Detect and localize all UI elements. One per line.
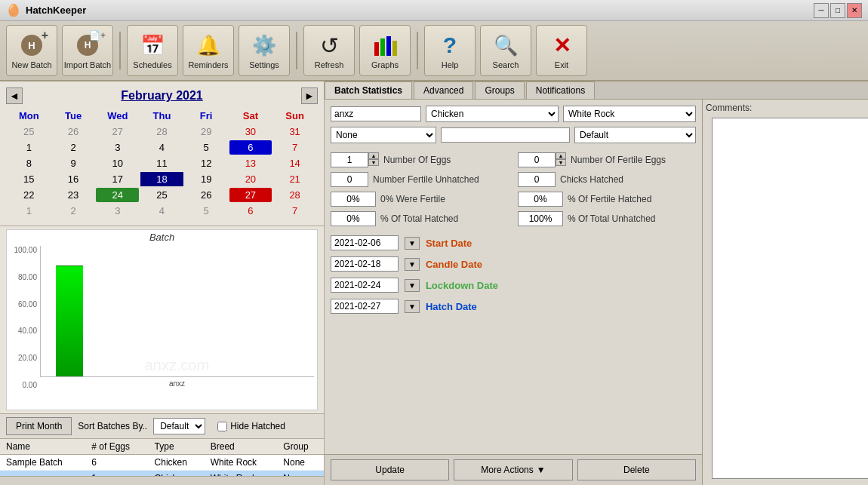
maximize-button[interactable]: □ xyxy=(830,3,845,18)
source-select[interactable]: None xyxy=(331,127,436,143)
schedules-icon: 📅 xyxy=(139,32,166,59)
cal-day-3[interactable]: 3 xyxy=(96,140,139,155)
batch-name-input[interactable] xyxy=(331,106,421,121)
hatch-date-input[interactable] xyxy=(331,299,399,314)
search-button[interactable]: 🔍 Search xyxy=(480,25,531,76)
cal-day-28[interactable]: 28 xyxy=(273,188,316,202)
hatch-date-picker-button[interactable]: ▼ xyxy=(405,300,420,313)
cal-day-20[interactable]: 20 xyxy=(229,172,272,186)
cal-day-6-next[interactable]: 6 xyxy=(229,204,272,218)
calendar-prev-button[interactable]: ◄ xyxy=(6,87,23,104)
cal-day-6-selected[interactable]: 6 xyxy=(229,140,272,155)
cal-day-5-next[interactable]: 5 xyxy=(185,204,228,218)
cal-day-1[interactable]: 1 xyxy=(8,140,51,155)
cal-day-14[interactable]: 14 xyxy=(273,156,316,170)
eggs-down-button[interactable]: ▼ xyxy=(368,159,379,166)
calendar-next-button[interactable]: ► xyxy=(301,87,318,104)
color-input[interactable] xyxy=(441,127,570,143)
cal-day-24[interactable]: 24 xyxy=(96,188,139,202)
pct-total-unhatched-input[interactable] xyxy=(518,211,563,226)
cal-day-25[interactable]: 25 xyxy=(140,188,183,202)
fertile-eggs-input[interactable] xyxy=(518,152,556,167)
candle-date-picker-button[interactable]: ▼ xyxy=(405,258,420,271)
schedules-button[interactable]: 📅 Schedules xyxy=(127,25,178,76)
cal-day-10[interactable]: 10 xyxy=(96,156,139,170)
reminders-button[interactable]: 🔔 Reminders xyxy=(183,25,234,76)
cal-day-26[interactable]: 26 xyxy=(185,188,228,202)
cal-day-9[interactable]: 9 xyxy=(52,156,95,170)
default-select[interactable]: Default xyxy=(574,127,696,143)
cal-day-30-prev[interactable]: 30 xyxy=(229,124,272,139)
cal-day-27[interactable]: 27 xyxy=(229,188,272,202)
candle-date-input[interactable] xyxy=(331,256,399,272)
exit-button[interactable]: ✕ Exit xyxy=(536,25,587,76)
cal-day-15[interactable]: 15 xyxy=(8,172,51,186)
cal-day-28-prev[interactable]: 28 xyxy=(140,124,183,139)
cal-day-21[interactable]: 21 xyxy=(273,172,316,186)
minimize-button[interactable]: ─ xyxy=(814,3,829,18)
cal-day-12[interactable]: 12 xyxy=(185,156,228,170)
table-row[interactable]: anxz → 1 Chicken White Rock None xyxy=(0,471,324,477)
cal-day-7-next[interactable]: 7 xyxy=(273,204,316,218)
hide-hatched-checkbox[interactable] xyxy=(217,422,227,431)
import-batch-button[interactable]: H 📄+ Import Batch xyxy=(62,25,113,76)
cal-day-29-prev[interactable]: 29 xyxy=(185,124,228,139)
cal-day-4-next[interactable]: 4 xyxy=(140,204,183,218)
eggs-up-button[interactable]: ▲ xyxy=(368,152,379,159)
eggs-input[interactable] xyxy=(331,152,368,167)
cal-day-3-next[interactable]: 3 xyxy=(96,204,139,218)
help-button[interactable]: ? Help xyxy=(424,25,476,76)
more-actions-button[interactable]: More Actions ▼ xyxy=(454,459,572,480)
pct-fertile-hatched-input[interactable] xyxy=(518,192,563,207)
start-date-picker-button[interactable]: ▼ xyxy=(405,237,420,250)
cal-day-1-next[interactable]: 1 xyxy=(8,204,51,218)
cal-day-17[interactable]: 17 xyxy=(96,172,139,186)
cal-day-25-prev[interactable]: 25 xyxy=(8,124,51,139)
tab-advanced[interactable]: Advanced xyxy=(414,81,473,99)
settings-button[interactable]: ⚙️ Settings xyxy=(239,25,290,76)
delete-button[interactable]: Delete xyxy=(577,459,696,480)
fertile-unhatched-input[interactable] xyxy=(331,172,368,187)
cal-day-18[interactable]: 18 xyxy=(140,172,183,186)
horizontal-scrollbar[interactable] xyxy=(0,476,324,485)
graphs-button[interactable]: Graphs xyxy=(359,25,411,76)
cal-day-31-prev[interactable]: 31 xyxy=(273,124,316,139)
close-button[interactable]: ✕ xyxy=(847,3,862,18)
cal-day-16[interactable]: 16 xyxy=(52,172,95,186)
cal-day-5[interactable]: 5 xyxy=(185,140,228,155)
cal-day-27-prev[interactable]: 27 xyxy=(96,124,139,139)
cal-day-13[interactable]: 13 xyxy=(229,156,272,170)
refresh-button[interactable]: ↺ Refresh xyxy=(303,25,355,76)
cal-day-7[interactable]: 7 xyxy=(273,140,316,155)
tab-batch-statistics[interactable]: Batch Statistics xyxy=(325,81,412,99)
cal-day-22[interactable]: 22 xyxy=(8,188,51,202)
cal-day-4[interactable]: 4 xyxy=(140,140,183,155)
update-button[interactable]: Update xyxy=(331,459,449,480)
chicks-input[interactable] xyxy=(518,172,556,187)
cal-day-23[interactable]: 23 xyxy=(52,188,95,202)
type-select[interactable]: Chicken Duck Goose Turkey xyxy=(426,106,559,122)
tab-notifications[interactable]: Notifications xyxy=(526,81,595,99)
lockdown-date-picker-button[interactable]: ▼ xyxy=(405,279,420,292)
fertile-eggs-up-button[interactable]: ▲ xyxy=(556,152,566,159)
start-date-input[interactable] xyxy=(331,235,399,250)
cal-day-19[interactable]: 19 xyxy=(185,172,228,186)
cal-day-26-prev[interactable]: 26 xyxy=(52,124,95,139)
pct-total-hatched-input[interactable] xyxy=(331,211,376,226)
day-header-tue: Tue xyxy=(52,109,95,123)
table-row[interactable]: Sample Batch 6 Chicken White Rock None xyxy=(0,455,324,471)
batch-list-toolbar: Print Month Sort Batches By.. Default Na… xyxy=(0,413,324,439)
sort-select[interactable]: Default Name Date Type xyxy=(153,418,205,434)
cal-day-11[interactable]: 11 xyxy=(140,156,183,170)
print-month-button[interactable]: Print Month xyxy=(6,417,72,435)
breed-select[interactable]: White Rock xyxy=(563,106,696,122)
new-batch-button[interactable]: H + New Batch xyxy=(6,25,57,76)
cal-day-2-next[interactable]: 2 xyxy=(52,204,95,218)
cal-day-2[interactable]: 2 xyxy=(52,140,95,155)
fertile-eggs-down-button[interactable]: ▼ xyxy=(556,159,566,166)
tab-groups[interactable]: Groups xyxy=(475,81,524,99)
comments-textarea[interactable] xyxy=(712,118,868,479)
lockdown-date-input[interactable] xyxy=(331,278,399,293)
cal-day-8[interactable]: 8 xyxy=(8,156,51,170)
pct-fertile-input[interactable] xyxy=(331,192,376,207)
